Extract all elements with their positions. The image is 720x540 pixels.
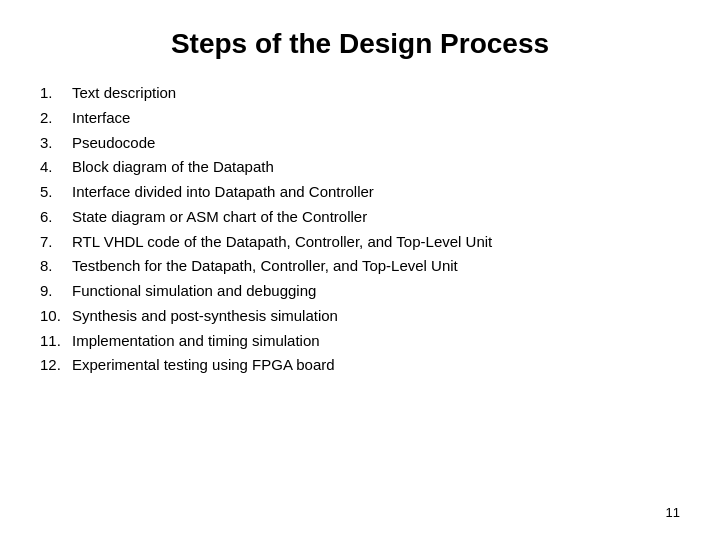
list-text: State diagram or ASM chart of the Contro… xyxy=(72,206,367,228)
list-text: Block diagram of the Datapath xyxy=(72,156,274,178)
list-number: 10. xyxy=(40,305,72,327)
list-text: RTL VHDL code of the Datapath, Controlle… xyxy=(72,231,492,253)
numbered-list: 1.Text description2.Interface3.Pseudocod… xyxy=(40,82,680,379)
list-item: 5.Interface divided into Datapath and Co… xyxy=(40,181,680,203)
list-item: 11.Implementation and timing simulation xyxy=(40,330,680,352)
list-number: 5. xyxy=(40,181,72,203)
list-text: Pseudocode xyxy=(72,132,155,154)
list-item: 3.Pseudocode xyxy=(40,132,680,154)
list-number: 3. xyxy=(40,132,72,154)
list-number: 9. xyxy=(40,280,72,302)
slide-container: Steps of the Design Process 1.Text descr… xyxy=(0,0,720,540)
list-number: 1. xyxy=(40,82,72,104)
content-area: 1.Text description2.Interface3.Pseudocod… xyxy=(40,82,680,497)
list-text: Functional simulation and debugging xyxy=(72,280,316,302)
slide-title: Steps of the Design Process xyxy=(40,28,680,60)
list-item: 12.Experimental testing using FPGA board xyxy=(40,354,680,376)
list-item: 4.Block diagram of the Datapath xyxy=(40,156,680,178)
list-number: 2. xyxy=(40,107,72,129)
list-number: 7. xyxy=(40,231,72,253)
list-text: Interface divided into Datapath and Cont… xyxy=(72,181,374,203)
list-text: Interface xyxy=(72,107,130,129)
slide-footer: 11 xyxy=(40,497,680,520)
list-number: 8. xyxy=(40,255,72,277)
list-text: Testbench for the Datapath, Controller, … xyxy=(72,255,458,277)
list-item: 10.Synthesis and post-synthesis simulati… xyxy=(40,305,680,327)
list-item: 6.State diagram or ASM chart of the Cont… xyxy=(40,206,680,228)
list-item: 7.RTL VHDL code of the Datapath, Control… xyxy=(40,231,680,253)
list-item: 1.Text description xyxy=(40,82,680,104)
list-text: Implementation and timing simulation xyxy=(72,330,320,352)
list-number: 12. xyxy=(40,354,72,376)
list-number: 6. xyxy=(40,206,72,228)
list-item: 2.Interface xyxy=(40,107,680,129)
list-item: 8.Testbench for the Datapath, Controller… xyxy=(40,255,680,277)
list-text: Text description xyxy=(72,82,176,104)
page-number: 11 xyxy=(666,505,680,520)
list-item: 9.Functional simulation and debugging xyxy=(40,280,680,302)
list-text: Synthesis and post-synthesis simulation xyxy=(72,305,338,327)
list-text: Experimental testing using FPGA board xyxy=(72,354,335,376)
list-number: 11. xyxy=(40,330,72,352)
list-number: 4. xyxy=(40,156,72,178)
